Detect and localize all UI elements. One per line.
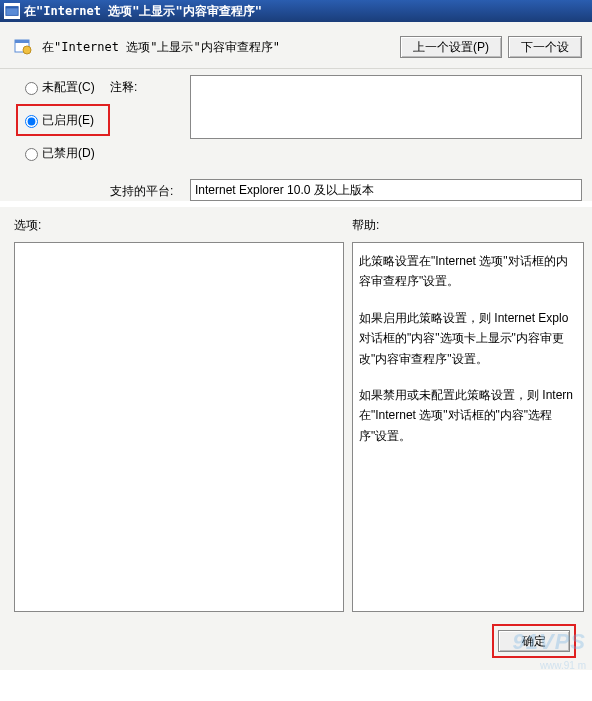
lower-area: 选项: 帮助: 此策略设置在"Internet 选项"对话框的内容审查程序"设置… [0, 207, 592, 612]
footer: 确定 [0, 612, 592, 670]
radio-not-configured-input[interactable] [25, 82, 38, 95]
next-setting-button[interactable]: 下一个设 [508, 36, 582, 58]
radio-disabled-label: 已禁用(D) [42, 145, 95, 162]
notes-textarea[interactable] [190, 75, 582, 139]
options-panel [14, 242, 344, 612]
radio-enabled-highlight: 已启用(E) [16, 104, 110, 136]
radio-disabled[interactable]: 已禁用(D) [20, 141, 110, 165]
svg-rect-1 [6, 7, 18, 9]
help-label: 帮助: [352, 217, 584, 234]
help-paragraph-1: 此策略设置在"Internet 选项"对话框的内容审查程序"设置。 [359, 251, 577, 292]
config-area: 未配置(C) 已启用(E) 已禁用(D) 注释: 支持的平台: [0, 68, 592, 201]
options-label: 选项: [14, 217, 352, 234]
radio-not-configured[interactable]: 未配置(C) [20, 75, 110, 99]
window-titlebar: 在"Internet 选项"上显示"内容审查程序" [0, 0, 592, 22]
radio-enabled[interactable]: 已启用(E) [20, 108, 104, 132]
svg-point-4 [23, 46, 31, 54]
radio-group: 未配置(C) 已启用(E) 已禁用(D) [20, 75, 110, 173]
ok-highlight: 确定 [492, 624, 576, 658]
page-title: 在"Internet 选项"上显示"内容审查程序" [42, 39, 280, 56]
svg-rect-3 [15, 40, 29, 43]
radio-disabled-input[interactable] [25, 148, 38, 161]
platform-label: 支持的平台: [110, 179, 190, 200]
header-row: 在"Internet 选项"上显示"内容审查程序" 上一个设置(P) 下一个设 [0, 22, 592, 68]
window-title: 在"Internet 选项"上显示"内容审查程序" [24, 3, 262, 20]
platform-field [190, 179, 582, 201]
help-paragraph-3: 如果禁用或未配置此策略设置，则 Intern在"Internet 选项"对话框的… [359, 385, 577, 446]
radio-not-configured-label: 未配置(C) [42, 79, 95, 96]
help-paragraph-2: 如果启用此策略设置，则 Internet Explo对话框的"内容"选项卡上显示… [359, 308, 577, 369]
notes-label: 注释: [110, 75, 190, 96]
ok-button[interactable]: 确定 [498, 630, 570, 652]
app-icon [4, 3, 20, 19]
policy-icon [14, 38, 32, 56]
prev-setting-button[interactable]: 上一个设置(P) [400, 36, 502, 58]
help-panel: 此策略设置在"Internet 选项"对话框的内容审查程序"设置。 如果启用此策… [352, 242, 584, 612]
radio-enabled-input[interactable] [25, 115, 38, 128]
radio-enabled-label: 已启用(E) [42, 112, 94, 129]
